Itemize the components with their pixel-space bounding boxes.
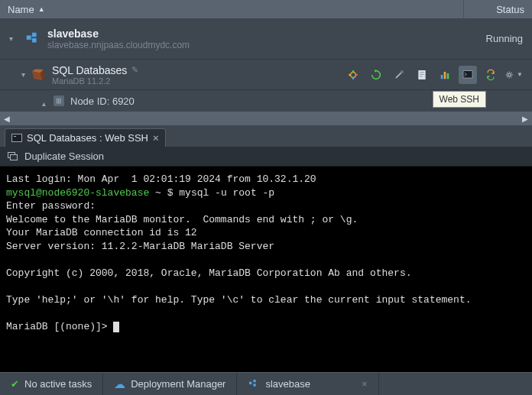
svg-rect-18 [463,70,472,77]
log-icon[interactable] [413,66,431,84]
terminal-command: mysql -u root -p [179,187,274,199]
tasks-label: No active tasks [24,378,92,390]
redeploy-icon[interactable] [482,66,500,84]
svg-rect-21 [254,380,256,382]
deploy-label: Deployment Manager [131,378,225,390]
node-title: SQL Databases [52,64,127,76]
svg-point-19 [508,73,511,76]
terminal-line: Enter password: [6,200,96,212]
expand-toggle-icon[interactable]: ▸ [39,96,47,105]
terminal-line: Type 'help;' or '\h' for help. Type '\c'… [6,294,472,306]
svg-point-5 [351,72,356,77]
column-header-row: Name ▲ Status [0,0,532,18]
column-name-label: Name [8,4,34,15]
settings-icon[interactable]: ▼ [504,66,523,84]
environment-titles: slavebase slavebase.nnjpaas.cloudmydc.co… [47,28,463,50]
terminal-path: ~ [155,187,161,199]
svg-rect-16 [444,72,446,79]
duplicate-session-button[interactable]: Duplicate Session [24,151,104,162]
config-icon[interactable] [390,66,408,84]
svg-point-7 [355,73,358,76]
database-icon [29,65,47,83]
svg-rect-1 [32,32,37,37]
svg-rect-2 [32,38,37,43]
node-toolbar: ▼ [344,66,532,84]
svg-point-8 [352,77,355,79]
terminal-line: Last login: Mon Apr 1 02:01:19 2024 from… [6,173,316,185]
terminal-icon [11,134,22,142]
web-ssh-icon[interactable] [459,66,477,84]
svg-rect-22 [254,384,256,386]
svg-point-6 [352,70,355,73]
scroll-left-icon[interactable]: ◀ [0,112,14,125]
environment-status: Running [463,33,532,44]
terminal-line: Server version: 11.2.2-MariaDB MariaDB S… [6,241,274,252]
terminal-db-prompt: MariaDB [(none)]> [6,321,113,332]
horizontal-scroll-strip: ◀ ▶ [0,112,532,125]
terminal-user: mysql@node6920-slavebase [6,187,149,199]
environment-row[interactable]: ▾ slavebase slavebase.nnjpaas.cloudmydc.… [0,18,532,60]
environment-icon [248,378,260,390]
svg-point-10 [401,70,404,73]
terminal-output[interactable]: Last login: Mon Apr 1 02:01:19 2024 from… [0,167,532,372]
environment-title: slavebase [47,28,463,40]
terminal-line: Your MariaDB connection id is 12 [6,227,197,238]
check-icon: ✔ [11,378,19,390]
column-header-status[interactable]: Status [463,0,532,18]
edit-icon[interactable]: ✎ [131,65,138,75]
close-icon[interactable]: × [362,378,368,390]
tooltip: Web SSH [433,91,486,108]
status-bar: ✔ No active tasks ☁ Deployment Manager s… [0,372,532,395]
duplicate-session-icon[interactable] [8,152,18,161]
svg-line-4 [31,37,32,40]
statistics-icon[interactable] [436,66,454,84]
close-icon[interactable]: × [153,132,159,144]
scroll-right-icon[interactable]: ▶ [518,112,532,125]
deployment-manager-button[interactable]: ☁ Deployment Manager [103,373,237,395]
svg-rect-15 [441,75,443,79]
column-header-name[interactable]: Name ▲ [0,0,463,18]
node-titles: SQL Databases ✎ MariaDB 11.2.2 [52,64,344,86]
svg-rect-0 [27,35,31,40]
svg-rect-20 [249,381,251,384]
expand-toggle-icon[interactable]: ▾ [9,34,18,43]
footer-env-label: slavebase [265,378,310,390]
node-version: MariaDB 11.2.2 [52,76,344,86]
tab-title: SQL Databases : Web SSH [27,132,148,144]
cloud-upload-icon: ☁ [114,377,125,391]
restart-icon[interactable] [367,66,385,84]
node-row[interactable]: ▾ SQL Databases ✎ MariaDB 11.2.2 ▼ Web S… [0,60,532,90]
terminal-line: Copyright (c) 2000, 2018, Oracle, MariaD… [6,267,412,279]
tab-web-ssh[interactable]: SQL Databases : Web SSH × [5,128,166,147]
tasks-status[interactable]: ✔ No active tasks [0,373,103,395]
bottom-tab-bar: SQL Databases : Web SSH × [0,125,532,147]
sort-asc-icon: ▲ [38,5,45,13]
column-status-label: Status [496,4,524,15]
svg-rect-11 [418,70,425,79]
terminal-line: Welcome to the MariaDB monitor. Commands… [6,214,358,225]
svg-point-9 [349,73,351,76]
cursor-icon [113,322,119,332]
svg-line-3 [31,34,32,37]
addons-icon[interactable] [344,66,362,84]
sub-node-title: Node ID: 6920 [70,96,135,107]
environment-icon [24,31,41,47]
node-chip-icon: ⊞ [54,96,64,106]
svg-rect-17 [447,73,449,79]
footer-env-tab[interactable]: slavebase × [237,373,378,395]
ssh-action-bar: Duplicate Session [0,147,532,167]
environment-subtitle: slavebase.nnjpaas.cloudmydc.com [47,40,463,50]
